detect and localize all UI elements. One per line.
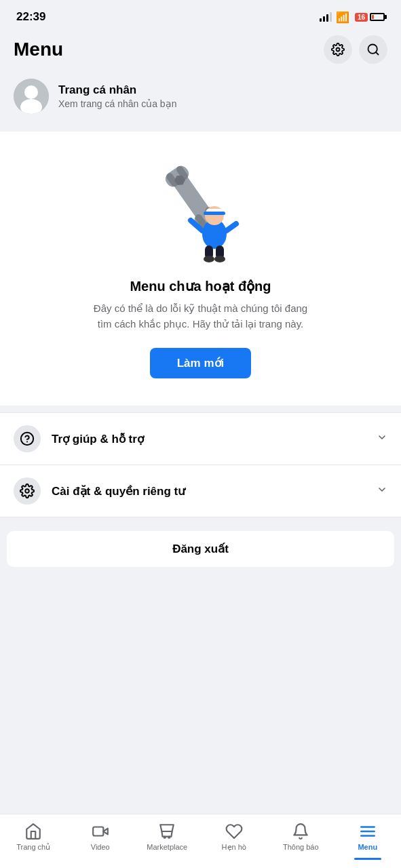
menu-item-help-left: Trợ giúp & hỗ trợ: [14, 425, 144, 452]
menu-item-settings[interactable]: Cài đặt & quyền riêng tư: [0, 465, 401, 517]
help-icon-wrap: [14, 425, 41, 452]
chevron-icon-help: [377, 432, 387, 446]
nav-active-indicator: [354, 858, 381, 860]
status-time: 22:39: [16, 10, 45, 24]
nav-item-dating[interactable]: Hẹn hò: [201, 820, 268, 854]
nav-item-notifications[interactable]: Thông báo: [267, 820, 335, 854]
nav-item-menu[interactable]: Menu: [335, 820, 402, 854]
menu-icon: [359, 823, 377, 840]
battery-level: 16: [355, 13, 368, 22]
svg-point-30: [168, 837, 170, 838]
section-gap: [0, 406, 401, 412]
settings-button[interactable]: [324, 35, 352, 64]
svg-point-26: [25, 489, 29, 493]
nav-label-dating: Hẹn hò: [222, 843, 246, 852]
question-icon: [20, 431, 35, 446]
svg-point-23: [214, 256, 225, 262]
nav-item-video[interactable]: Video: [67, 820, 134, 854]
status-bar: 22:39 📶 16: [0, 0, 401, 30]
help-support-label: Trợ giúp & hỗ trợ: [52, 432, 144, 446]
nav-label-marketplace: Marketplace: [147, 843, 187, 851]
svg-line-2: [376, 52, 379, 55]
svg-rect-17: [204, 212, 225, 215]
profile-row[interactable]: Trang cá nhân Xem trang cá nhân của bạn: [0, 72, 401, 125]
avatar: [14, 79, 49, 114]
logout-gap: [0, 517, 401, 524]
error-description: Đây có thể là do lỗi kỹ thuật mà chúng t…: [85, 301, 316, 332]
refresh-button[interactable]: Làm mới: [150, 348, 252, 378]
nav-item-marketplace[interactable]: Marketplace: [134, 820, 201, 854]
wifi-icon: 📶: [336, 11, 349, 24]
search-button[interactable]: [359, 35, 387, 64]
video-icon: [92, 823, 109, 840]
bell-icon: [292, 823, 309, 840]
app-header: Menu: [0, 30, 401, 72]
profile-info: Trang cá nhân Xem trang cá nhân của bạn: [58, 83, 176, 109]
battery-fill: [372, 15, 374, 19]
header-actions: [324, 35, 387, 64]
error-title: Menu chưa hoạt động: [130, 278, 271, 294]
settings-privacy-label: Cài đặt & quyền riêng tư: [52, 484, 185, 498]
settings-icon-wrap: [14, 477, 41, 505]
chevron-icon-settings: [377, 484, 387, 498]
wrench-svg: [147, 156, 255, 264]
logout-label: Đăng xuất: [172, 542, 229, 555]
home-icon: [24, 823, 42, 840]
avatar-silhouette: [14, 79, 49, 114]
svg-rect-27: [93, 827, 103, 836]
signal-icon: [320, 12, 332, 22]
heart-icon: [225, 823, 243, 840]
battery-icon: [370, 13, 385, 21]
nav-label-home: Trang chủ: [16, 843, 50, 852]
logout-section[interactable]: Đăng xuất: [7, 531, 394, 567]
svg-point-0: [337, 48, 340, 52]
battery-wrapper: 16: [354, 13, 385, 22]
profile-subtitle: Xem trang cá nhân của bạn: [58, 98, 176, 109]
nav-item-home[interactable]: Trang chủ: [0, 820, 67, 854]
marketplace-icon: [158, 823, 176, 840]
svg-point-29: [164, 837, 166, 838]
menu-item-settings-left: Cài đặt & quyền riêng tư: [14, 477, 185, 505]
menu-item-help[interactable]: Trợ giúp & hỗ trợ: [0, 413, 401, 465]
gear-icon: [331, 43, 345, 56]
settings-gear-icon: [20, 484, 35, 498]
error-section: Menu chưa hoạt động Đây có thể là do lỗi…: [0, 132, 401, 406]
nav-label-video: Video: [91, 843, 110, 851]
svg-point-22: [204, 256, 214, 262]
error-illustration: [147, 156, 255, 264]
svg-point-4: [24, 85, 38, 99]
nav-label-menu: Menu: [358, 843, 377, 851]
bottom-nav: Trang chủ Video Marketplace Hẹn hò Thông…: [0, 814, 401, 868]
search-icon: [366, 43, 380, 56]
status-icons: 📶 16: [320, 11, 385, 24]
nav-label-notifications: Thông báo: [283, 843, 319, 851]
profile-name: Trang cá nhân: [58, 83, 176, 97]
svg-line-19: [227, 224, 236, 231]
page-title: Menu: [14, 39, 63, 60]
